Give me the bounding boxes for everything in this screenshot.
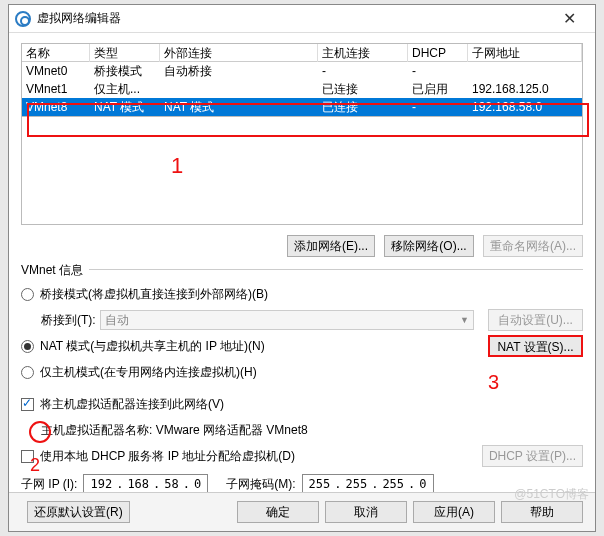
subnet-mask-input[interactable]: 255.255.255.0 xyxy=(302,474,434,494)
watermark: @51CTO博客 xyxy=(514,486,589,503)
table-empty-area[interactable] xyxy=(21,117,583,225)
checkbox-host-adapter[interactable] xyxy=(21,398,34,411)
col-dhcp[interactable]: DHCP xyxy=(408,44,468,62)
rename-network-button: 重命名网络(A)... xyxy=(483,235,583,257)
table-row[interactable]: VMnet8NAT 模式NAT 模式已连接-192.168.58.0 xyxy=(22,98,582,116)
window-title: 虚拟网络编辑器 xyxy=(37,10,549,27)
annotation-3: 3 xyxy=(488,371,499,394)
ok-button[interactable]: 确定 xyxy=(237,501,319,523)
checkbox-host-adapter-label: 将主机虚拟适配器连接到此网络(V) xyxy=(40,396,224,413)
subnet-ip-label: 子网 IP (I): xyxy=(21,476,77,493)
radio-hostonly-label: 仅主机模式(在专用网络内连接虚拟机)(H) xyxy=(40,364,257,381)
radio-bridge-label: 桥接模式(将虚拟机直接连接到外部网络)(B) xyxy=(40,286,268,303)
col-type[interactable]: 类型 xyxy=(90,44,160,62)
radio-hostonly[interactable] xyxy=(21,366,34,379)
apply-button[interactable]: 应用(A) xyxy=(413,501,495,523)
app-icon xyxy=(15,11,31,27)
col-host[interactable]: 主机连接 xyxy=(318,44,408,62)
bridge-to-label: 桥接到(T): xyxy=(41,312,96,329)
radio-nat[interactable] xyxy=(21,340,34,353)
bridge-to-select: 自动 ▼ xyxy=(100,310,474,330)
group-title: VMnet 信息 xyxy=(21,262,89,279)
cancel-button[interactable]: 取消 xyxy=(325,501,407,523)
table-row[interactable]: VMnet0桥接模式自动桥接-- xyxy=(22,62,582,80)
remove-network-button[interactable]: 移除网络(O)... xyxy=(384,235,473,257)
col-name[interactable]: 名称 xyxy=(22,44,90,62)
add-network-button[interactable]: 添加网络(E)... xyxy=(287,235,375,257)
dhcp-settings-button: DHCP 设置(P)... xyxy=(482,445,583,467)
auto-settings-button: 自动设置(U)... xyxy=(488,309,583,331)
chevron-down-icon: ▼ xyxy=(460,315,469,325)
bridge-to-value: 自动 xyxy=(105,312,129,329)
annotation-1: 1 xyxy=(171,153,183,179)
subnet-mask-label: 子网掩码(M): xyxy=(226,476,295,493)
col-ext[interactable]: 外部连接 xyxy=(160,44,318,62)
checkbox-dhcp-label: 使用本地 DHCP 服务将 IP 地址分配给虚拟机(D) xyxy=(40,448,476,465)
titlebar: 虚拟网络编辑器 ✕ xyxy=(9,5,595,33)
nat-settings-button[interactable]: NAT 设置(S)... xyxy=(488,335,583,357)
close-icon[interactable]: ✕ xyxy=(549,9,589,28)
table-row[interactable]: VMnet1仅主机...已连接已启用192.168.125.0 xyxy=(22,80,582,98)
radio-bridge[interactable] xyxy=(21,288,34,301)
dialog-footer: 还原默认设置(R) 确定 取消 应用(A) 帮助 xyxy=(9,492,595,531)
adapter-name-label: 主机虚拟适配器名称: VMware 网络适配器 VMnet8 xyxy=(41,422,308,439)
restore-defaults-button[interactable]: 还原默认设置(R) xyxy=(27,501,130,523)
annotation-2: 2 xyxy=(30,455,40,476)
subnet-ip-input[interactable]: 192.168.58.0 xyxy=(83,474,208,494)
table-body: VMnet0桥接模式自动桥接--VMnet1仅主机...已连接已启用192.16… xyxy=(22,62,582,116)
help-button[interactable]: 帮助 xyxy=(501,501,583,523)
col-subnet[interactable]: 子网地址 xyxy=(468,44,582,62)
radio-nat-label: NAT 模式(与虚拟机共享主机的 IP 地址)(N) xyxy=(40,338,482,355)
network-table: 名称 类型 外部连接 主机连接 DHCP 子网地址 VMnet0桥接模式自动桥接… xyxy=(21,43,583,117)
virtual-network-editor-dialog: 虚拟网络编辑器 ✕ 名称 类型 外部连接 主机连接 DHCP 子网地址 VMne… xyxy=(8,4,596,532)
table-header: 名称 类型 外部连接 主机连接 DHCP 子网地址 xyxy=(22,44,582,62)
